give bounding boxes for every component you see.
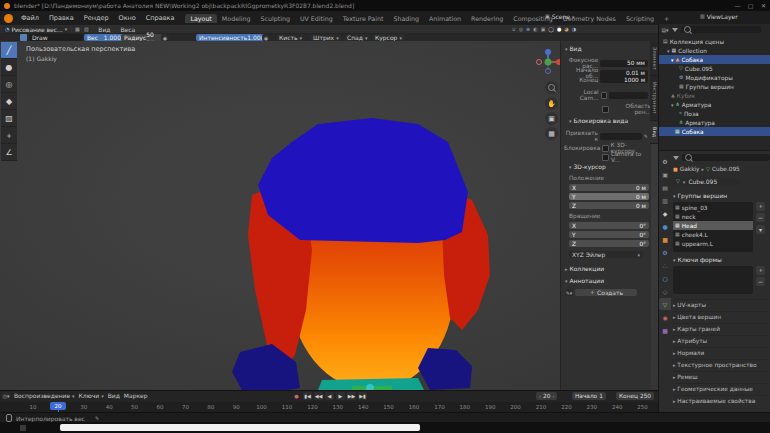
panel-custom-properties[interactable]: ▸ Настраиваемые свойства xyxy=(673,395,769,404)
lock-to-object-field[interactable] xyxy=(600,133,642,140)
play-reverse-button[interactable]: ◀ xyxy=(325,392,334,400)
add-shape-key-button[interactable]: ＋ xyxy=(756,266,765,275)
prev-keyframe-button[interactable]: ◀◀ xyxy=(314,392,323,400)
keys-menu[interactable]: Ключи ▾ xyxy=(79,392,104,399)
properties-filter-icon[interactable] xyxy=(673,156,679,160)
mesh-datablock-selector[interactable]: ▽▾Cube.095 xyxy=(673,178,739,185)
outliner-row-dog-object[interactable]: ▾▲Собака xyxy=(659,55,770,64)
outliner-display-mode-icon[interactable]: ▤▾ xyxy=(661,26,669,33)
minimize-button[interactable]: — xyxy=(731,0,744,11)
add-vertex-group-button[interactable]: ＋ xyxy=(756,202,765,211)
vertex-group-row[interactable]: ▦spine_03 xyxy=(673,203,753,212)
cursor-rot-x[interactable]: X0° xyxy=(569,222,649,229)
collections-section-header[interactable]: ▸ Коллекции xyxy=(565,265,604,272)
n-tab-tool[interactable]: Инструмент xyxy=(650,76,658,121)
tool-draw-brush[interactable]: ╱ xyxy=(1,42,17,59)
jump-to-start-button[interactable]: ▮◀ xyxy=(303,392,312,400)
vertex-group-specials-button[interactable]: ▾ xyxy=(756,225,765,234)
panel-normals[interactable]: ▸ Нормали xyxy=(673,347,769,356)
cursor-dropdown[interactable]: Курсор▾ xyxy=(372,34,405,41)
playback-menu[interactable]: Воспроизведение ▾ xyxy=(14,392,75,399)
annotation-pencil-icon[interactable]: ✎▾ xyxy=(565,289,573,296)
n-tab-item[interactable]: Элемент xyxy=(650,41,658,76)
xray-toggle-icon[interactable]: ▣ xyxy=(541,26,546,32)
view-section-header[interactable]: ▾ Вид xyxy=(565,45,582,52)
falloff-dropdown[interactable]: Спад▾ xyxy=(344,34,370,41)
properties-tab-tool[interactable]: ⚙ xyxy=(659,155,671,167)
panel-remesh[interactable]: ▸ Ремеш xyxy=(673,371,769,380)
brush-name-field[interactable]: Draw xyxy=(29,34,83,41)
add-workspace-button[interactable]: + xyxy=(659,14,674,23)
outliner-row-cube-hidden[interactable]: ▲Кубик xyxy=(659,91,770,100)
stroke-dropdown[interactable]: Штрих▾ xyxy=(310,34,342,41)
menu-file[interactable]: Файл xyxy=(16,14,44,22)
focal-length-field[interactable]: 50 мм xyxy=(600,60,648,67)
taskbar-search-box[interactable] xyxy=(60,424,420,431)
viewport-view-menu[interactable]: Вид xyxy=(93,26,115,33)
scene-selector[interactable]: ▣ Scene ▾ xyxy=(545,13,575,20)
marker-menu[interactable]: Маркер xyxy=(124,392,148,399)
vertex-mask-toggle-icon[interactable]: ▧ xyxy=(82,26,90,33)
properties-tab-scene[interactable]: ◆ xyxy=(659,207,671,219)
paint-mask-toggle-icon[interactable]: ▦ xyxy=(73,26,81,33)
ortho-grid-icon[interactable]: ▦ xyxy=(545,127,558,140)
workspace-tab-texturepaint[interactable]: Texture Paint xyxy=(338,14,389,23)
tool-smear-brush[interactable]: ◆ xyxy=(1,93,17,110)
tool-blur-brush[interactable]: ● xyxy=(1,59,17,76)
outliner-row-pose[interactable]: ⌾Поза xyxy=(659,109,770,118)
outliner-row-collection[interactable]: ▾▦Collection xyxy=(659,46,770,55)
strength-pressure-icon[interactable]: ◉ xyxy=(262,34,270,41)
cursor-rot-z[interactable]: Z0° xyxy=(569,240,649,247)
properties-tab-modifiers[interactable]: ⚙ xyxy=(659,246,671,258)
panel-face-maps[interactable]: ▸ Карты граней xyxy=(673,323,769,332)
outliner-row-modifiers[interactable]: ⚙Модификаторы xyxy=(659,73,770,82)
play-button[interactable]: ▶ xyxy=(336,392,345,400)
panel-attributes[interactable]: ▸ Атрибуты xyxy=(673,335,769,344)
gizmo-z-axis[interactable] xyxy=(545,49,551,55)
remove-vertex-group-button[interactable]: − xyxy=(756,213,765,222)
panel-geometry-data[interactable]: ▸ Геометрические данные xyxy=(673,383,769,392)
cursor-loc-z[interactable]: Z0 м xyxy=(569,202,649,209)
menu-window[interactable]: Окно xyxy=(114,14,141,22)
cursor-section-header[interactable]: ▾ 3D-курсор xyxy=(569,163,606,170)
shading-wireframe-icon[interactable]: ◯ xyxy=(548,26,554,32)
view-layer-selector[interactable]: ▥ ViewLayer xyxy=(700,13,738,20)
menu-help[interactable]: Справка xyxy=(141,14,180,22)
workspace-tab-scripting[interactable]: Scripting xyxy=(621,14,659,23)
gizmo-y-axis[interactable] xyxy=(545,59,552,66)
properties-tab-physics[interactable]: ○ xyxy=(659,272,671,284)
shading-rendered-icon[interactable]: ◑ xyxy=(572,26,576,32)
close-button[interactable]: ✕ xyxy=(757,0,770,11)
properties-tab-world[interactable]: ● xyxy=(659,220,671,232)
next-keyframe-button[interactable]: ▶▶ xyxy=(347,392,356,400)
cursor-rot-y[interactable]: Y0° xyxy=(569,231,649,238)
properties-tab-object[interactable]: ■ xyxy=(659,233,671,245)
maximize-button[interactable]: ▢ xyxy=(744,0,757,11)
brush-preview-swatch[interactable] xyxy=(20,34,27,41)
panel-uv-maps[interactable]: ▸ UV-карты xyxy=(673,299,769,308)
auto-key-record-icon[interactable]: ● xyxy=(292,392,301,400)
start-button-icon[interactable] xyxy=(20,425,26,431)
workspace-tab-shading[interactable]: Shading xyxy=(388,14,424,23)
rotation-mode-dropdown[interactable]: XYZ Эйлер▾ xyxy=(569,251,643,258)
menu-render[interactable]: Рендер xyxy=(79,14,114,22)
cursor-loc-x[interactable]: X0 м xyxy=(569,184,649,191)
new-annotation-button[interactable]: ＋ Создать xyxy=(575,289,637,296)
gizmo-x-neg-axis[interactable] xyxy=(537,60,542,65)
panel-vertex-colors[interactable]: ▸ Цвета вершин xyxy=(673,311,769,320)
zoom-icon[interactable] xyxy=(545,81,558,94)
brush-dropdown[interactable]: Кисть▾ xyxy=(276,34,305,41)
properties-tab-constraints[interactable]: ◇ xyxy=(659,285,671,297)
workspace-tab-modeling[interactable]: Modeling xyxy=(217,14,256,23)
annotations-section-header[interactable]: ▾ Аннотации xyxy=(565,277,604,284)
frame-start-field[interactable]: Начало1 xyxy=(572,392,606,400)
outliner-row-scene-collection[interactable]: ▤Коллекция сцены xyxy=(659,37,770,46)
workspace-tab-sculpting[interactable]: Sculpting xyxy=(256,14,295,23)
properties-search-input[interactable] xyxy=(682,154,770,161)
outliner-row-mesh-data[interactable]: ▽Cube.095 xyxy=(659,64,770,73)
shading-solid-icon[interactable]: ● xyxy=(557,26,561,32)
vertex-groups-panel-header[interactable]: ▾ Группы вершин xyxy=(673,192,727,199)
workspace-tab-rendering[interactable]: Rendering xyxy=(466,14,508,23)
camera-to-view-checkbox[interactable] xyxy=(602,154,609,161)
strength-slider[interactable]: Интенсивность1.000 xyxy=(196,34,266,41)
